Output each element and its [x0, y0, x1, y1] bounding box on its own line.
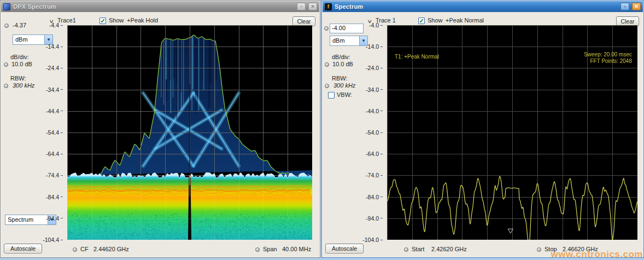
show-checkbox[interactable]: ✓: [418, 18, 425, 24]
db-div-label: dB/div:: [10, 54, 29, 60]
y-axis-label: -14.4: [38, 43, 63, 50]
rbw-knob-icon[interactable]: [325, 84, 329, 88]
spectrum-window-title: Spectrum: [335, 3, 618, 10]
y-axis-label: -74.0: [358, 172, 383, 178]
rbw-value[interactable]: 300 kHz: [13, 82, 34, 89]
cf-value[interactable]: 2.44620 GHz: [93, 246, 129, 252]
unit-value: dBm: [330, 36, 359, 45]
span-value[interactable]: 40.00 MHz: [282, 246, 311, 252]
y-axis-label: -34.0: [358, 86, 383, 93]
watermark: www.cntronics.com: [551, 249, 643, 260]
db-div-knob-icon[interactable]: [325, 62, 329, 67]
close-icon[interactable]: ✕: [632, 3, 641, 10]
y-axis-label: -24.0: [358, 65, 383, 71]
y-axis-label: -54.0: [358, 129, 383, 136]
show-checkbox[interactable]: ✓: [99, 18, 106, 24]
rbw-knob-icon[interactable]: [4, 84, 8, 88]
rbw-value[interactable]: 300 kHz: [333, 82, 355, 89]
close-icon[interactable]: ✕: [308, 3, 317, 10]
rbw-label: RBW:: [10, 75, 26, 82]
dpx-plot-canvas[interactable]: [67, 25, 312, 240]
dpx-y-axis: -4.4-14.4-24.4-34.4-44.4-54.4-64.4-74.4-…: [38, 25, 63, 240]
trace-annotation: T1: +Peak Normal: [395, 54, 439, 60]
detection-label: +Peak Hold: [127, 17, 158, 24]
maximize-icon[interactable]: ▫: [297, 3, 306, 10]
db-div-label: dB/div:: [332, 54, 350, 60]
y-axis-label: -84.4: [38, 194, 63, 200]
y-axis-label: -94.0: [358, 215, 383, 222]
cf-label: CF: [80, 246, 89, 252]
dpx-plot-area[interactable]: [67, 25, 312, 240]
y-axis-label: -24.4: [38, 65, 63, 71]
span-knob-icon[interactable]: [255, 247, 260, 252]
y-axis-label: -74.4: [38, 172, 63, 178]
y-axis-label: -104.0: [358, 236, 383, 243]
dpx-window-title: DPX Spectrum: [13, 3, 294, 10]
y-axis-label: -64.0: [358, 151, 383, 157]
spectrum-titlebar[interactable]: f Spectrum ▫ ✕: [323, 1, 643, 12]
spectrum-plot-area[interactable]: T1: +Peak Normal Sweep: 20.00 msec FFT P…: [387, 25, 637, 240]
sweep-annotation: Sweep: 20.00 msec: [584, 51, 632, 57]
y-axis-label: -44.4: [38, 108, 63, 114]
y-axis-label: -84.0: [358, 194, 383, 200]
start-value[interactable]: 2.42620 GHz: [431, 246, 467, 252]
spectrum-app-icon: f: [325, 3, 332, 10]
y-axis-label: -64.4: [38, 151, 63, 157]
detection-label: +Peak Normal: [446, 17, 484, 24]
db-div-value[interactable]: 10.0 dB: [332, 61, 353, 67]
cf-knob-icon[interactable]: [73, 247, 77, 252]
span-label: Span: [263, 246, 277, 252]
dpx-app-icon: [3, 3, 10, 10]
db-div-value[interactable]: 10.0 dB: [11, 61, 32, 67]
dpx-titlebar[interactable]: DPX Spectrum ▫ ✕: [1, 1, 319, 12]
spectrum-y-axis: -4.0-14.0-24.0-34.0-44.0-54.0-64.0-74.0-…: [358, 25, 383, 240]
show-label: Show: [428, 17, 443, 24]
start-label: Start: [412, 246, 424, 252]
y-axis-label: -4.4: [38, 22, 63, 28]
autoscale-button[interactable]: Autoscale: [4, 244, 42, 253]
y-axis-label: -34.4: [38, 86, 63, 93]
stop-knob-icon[interactable]: [537, 247, 541, 252]
vbw-label: VBW:: [337, 91, 352, 98]
ref-level-value[interactable]: -4.37: [13, 22, 26, 28]
y-axis-label: -54.4: [38, 129, 63, 136]
autoscale-button[interactable]: Autoscale: [325, 244, 364, 253]
fft-points-annotation: FFT Points: 2048: [590, 58, 632, 64]
rbw-label: RBW:: [332, 75, 348, 82]
start-knob-icon[interactable]: [404, 247, 408, 252]
y-axis-label: -44.0: [358, 108, 383, 114]
y-axis-label: -94.4: [38, 215, 63, 222]
spectrum-window: f Spectrum ▫ ✕ ∨ Trace 1 ✓ Show +Peak No…: [321, 0, 644, 258]
maximize-icon[interactable]: ▫: [620, 3, 629, 10]
vbw-checkbox[interactable]: [328, 92, 335, 99]
dpx-spectrum-window: DPX Spectrum ▫ ✕ ∨ Trace1 ✓ Show +Peak H…: [0, 0, 320, 258]
ref-level-knob-icon[interactable]: [324, 26, 329, 31]
ref-level-knob-icon[interactable]: [4, 24, 9, 28]
y-axis-label: -4.0: [358, 22, 383, 28]
db-div-knob-icon[interactable]: [4, 62, 8, 67]
y-axis-label: -104.4: [38, 236, 63, 243]
show-label: Show: [109, 17, 124, 24]
y-axis-label: -14.0: [358, 43, 383, 50]
